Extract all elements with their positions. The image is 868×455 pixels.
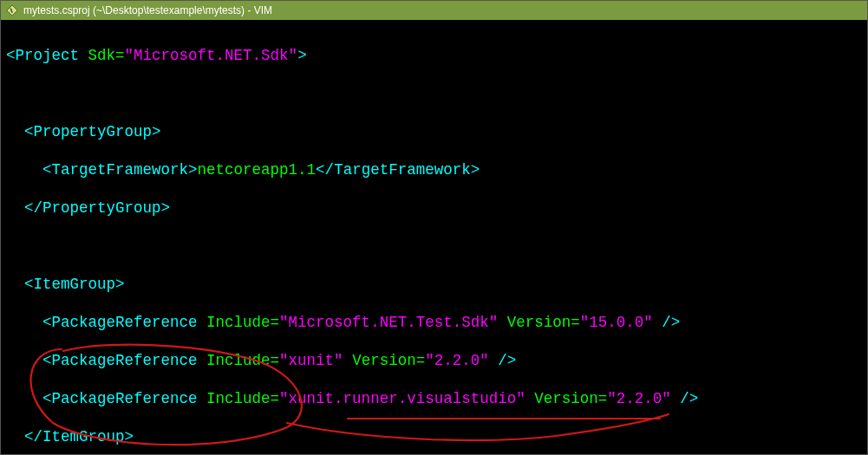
code-line: </PropertyGroup> — [6, 198, 862, 218]
window-title: mytests.csproj (~\Desktop\testexample\my… — [23, 4, 272, 16]
vim-window: mytests.csproj (~\Desktop\testexample\my… — [0, 0, 868, 455]
code-line: <PropertyGroup> — [6, 122, 862, 141]
code-line: <PackageReference Include="xunit.runner.… — [6, 389, 862, 408]
code-line — [6, 84, 862, 103]
code-line: <PackageReference Include="Microsoft.NET… — [6, 313, 862, 332]
code-line: <ItemGroup> — [6, 275, 862, 294]
code-line: <PackageReference Include="xunit" Versio… — [6, 351, 862, 370]
code-line — [6, 237, 862, 256]
code-line: </ItemGroup> — [6, 427, 862, 446]
code-line: <TargetFramework>netcoreapp1.1</TargetFr… — [6, 160, 862, 179]
vim-icon — [6, 4, 18, 16]
titlebar[interactable]: mytests.csproj (~\Desktop\testexample\my… — [1, 1, 867, 20]
editor-area[interactable]: <Project Sdk="Microsoft.NET.Sdk"> <Prope… — [1, 20, 867, 454]
code-line: <Project Sdk="Microsoft.NET.Sdk"> — [6, 46, 862, 65]
